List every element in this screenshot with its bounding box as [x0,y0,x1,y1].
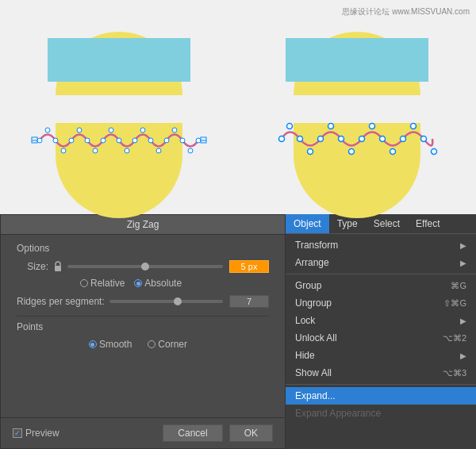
context-menu: Object Type Select Effect Transform ▶ Ar… [286,214,476,449]
svg-point-21 [140,128,145,132]
menu-item-lock-label: Lock [295,315,315,326]
svg-point-6 [69,138,74,143]
svg-point-32 [421,136,427,142]
menu-separator-2 [286,384,476,385]
ridges-input[interactable]: 7 [229,295,269,308]
menu-item-unlock-all[interactable]: Unlock All ⌥⌘2 [286,329,476,347]
svg-point-16 [61,148,66,153]
menu-bar-select[interactable]: Select [366,214,408,233]
svg-point-34 [308,149,313,155]
relative-radio-circle [80,279,88,287]
size-row: Size: 5 px [17,260,269,273]
svg-point-14 [196,138,201,143]
svg-point-10 [132,138,137,143]
menu-arrow-lock: ▶ [460,317,466,325]
menu-item-hide-label: Hide [295,350,315,361]
menu-arrow-transform: ▶ [460,241,466,250]
menu-item-lock[interactable]: Lock ▶ [286,312,476,329]
corner-label: Corner [158,339,187,350]
size-input[interactable]: 5 px [229,260,269,273]
preview-check[interactable]: ✓ Preview [13,428,60,439]
svg-point-20 [125,148,129,153]
svg-point-24 [188,148,193,153]
egg-rect-right [286,38,428,82]
svg-point-17 [77,128,82,132]
smooth-radio-circle [89,340,97,348]
egg-rect-left [48,38,190,82]
smooth-radio[interactable]: Smooth [89,339,132,350]
absolute-label: Absolute [144,278,182,289]
divider [17,316,269,317]
size-slider-thumb [141,263,149,271]
svg-point-18 [93,148,98,153]
menu-item-expand-appearance: Expand Appearance [286,405,476,422]
ridges-slider-thumb [174,297,182,305]
relative-label: Relative [90,278,125,289]
menu-shortcut-show-all: ⌥⌘3 [443,368,466,378]
svg-point-37 [370,124,375,129]
preview-label: Preview [25,428,60,439]
menu-arrow-hide: ▶ [460,351,466,360]
options-section: Options Size: 5 px [17,243,269,308]
menu-item-arrange[interactable]: Arrange ▶ [286,254,476,271]
svg-point-35 [328,124,334,129]
svg-point-33 [287,124,293,129]
svg-point-11 [148,138,153,143]
menu-item-expand-label: Expand... [295,390,336,401]
svg-point-31 [401,136,406,142]
corner-radio[interactable]: Corner [148,339,187,350]
lock-icon [53,261,64,272]
egg-left [24,8,214,206]
menu-items-list: Transform ▶ Arrange ▶ Group ⌘G Ungroup ⇧… [286,234,476,449]
svg-point-19 [109,128,113,132]
svg-point-30 [380,136,386,142]
ridges-slider[interactable] [109,300,223,303]
dialog-footer: ✓ Preview Cancel OK [1,417,285,448]
svg-point-8 [101,138,106,143]
menu-item-transform[interactable]: Transform ▶ [286,236,476,254]
footer-buttons: Cancel OK [163,424,273,442]
svg-point-23 [172,128,177,132]
egg-right [262,8,452,206]
menu-bar-object[interactable]: Object [286,214,329,233]
absolute-radio[interactable]: Absolute [134,278,182,289]
relative-absolute-row: Relative Absolute [80,278,269,289]
preview-checkbox[interactable]: ✓ [13,428,22,438]
svg-point-40 [432,149,437,155]
svg-point-22 [156,148,161,153]
relative-radio[interactable]: Relative [80,278,125,289]
ok-button[interactable]: OK [229,424,273,442]
menu-item-show-all[interactable]: Show All ⌥⌘3 [286,364,476,382]
size-slider[interactable] [67,265,223,268]
svg-rect-41 [55,266,61,271]
svg-point-12 [164,138,169,143]
menu-item-ungroup[interactable]: Ungroup ⇧⌘G [286,294,476,312]
zig-zag-dialog: Zig Zag Options Size: [0,214,286,449]
svg-point-26 [298,136,303,142]
menu-item-group[interactable]: Group ⌘G [286,277,476,294]
points-label: Points [17,321,269,332]
svg-point-7 [85,138,90,143]
menu-separator-1 [286,274,476,274]
menu-bar-effect[interactable]: Effect [408,214,447,233]
svg-point-4 [37,138,42,143]
svg-point-9 [117,138,121,143]
zigzag-right [278,125,436,149]
svg-point-13 [180,138,185,143]
corner-radio-circle [148,340,155,348]
zigzag-left [32,129,206,152]
absolute-radio-circle [134,279,142,287]
bottom-area: Zig Zag Options Size: [0,214,476,449]
dialog-title: Zig Zag [1,215,285,235]
smooth-label: Smooth [99,339,132,350]
menu-item-group-label: Group [295,280,321,291]
menu-item-hide[interactable]: Hide ▶ [286,347,476,364]
menu-shortcut-ungroup: ⇧⌘G [443,298,466,309]
svg-point-15 [45,128,50,132]
points-section: Points Smooth Corner [17,321,269,350]
menu-shortcut-group: ⌘G [451,281,466,291]
cancel-button[interactable]: Cancel [163,424,222,442]
svg-point-25 [279,136,285,142]
svg-point-38 [390,149,396,155]
menu-item-expand[interactable]: Expand... [286,387,476,405]
